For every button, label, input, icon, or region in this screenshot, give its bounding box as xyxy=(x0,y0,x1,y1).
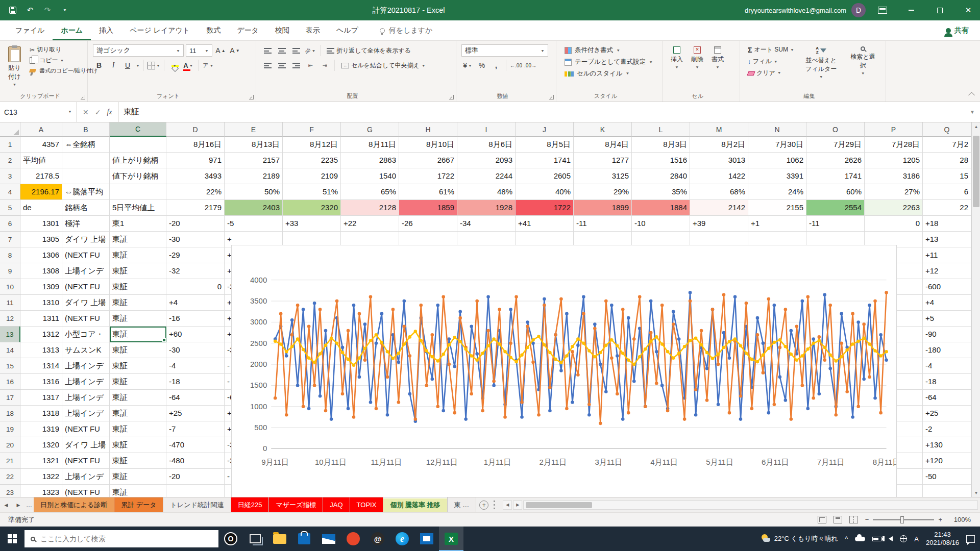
cell-B14[interactable]: サムスンK xyxy=(62,342,110,358)
cell-L6[interactable]: -10 xyxy=(632,216,690,232)
network-icon[interactable] xyxy=(900,535,907,542)
action-center-icon[interactable] xyxy=(966,535,975,543)
align-bottom-icon[interactable] xyxy=(290,44,302,57)
column-header-P[interactable]: P xyxy=(865,122,923,137)
cell-G4[interactable]: 65% xyxy=(341,184,399,200)
column-header-A[interactable]: A xyxy=(20,122,62,137)
ribbon-tab-8[interactable]: ヘルプ xyxy=(328,20,366,40)
confirm-entry-icon[interactable]: ✓ xyxy=(95,108,101,116)
cell-Q11[interactable]: +4 xyxy=(923,295,971,311)
phonetic-guide-icon[interactable]: ア▼ xyxy=(202,59,214,71)
underline-button[interactable]: U xyxy=(121,59,134,71)
cell-Q20[interactable]: +130 xyxy=(923,437,971,453)
cell-A16[interactable]: 1316 xyxy=(20,374,62,390)
cell-A13[interactable]: 1312 xyxy=(20,327,62,342)
cell-P4[interactable]: 27% xyxy=(865,184,923,200)
cell-Q5[interactable]: 22 xyxy=(923,200,971,216)
cell-A5[interactable]: de xyxy=(20,200,62,216)
cell-D4[interactable]: 22% xyxy=(166,184,225,200)
cell-L5[interactable]: 1884 xyxy=(632,200,690,216)
cell-Q8[interactable]: +11 xyxy=(923,247,971,263)
decrease-indent-icon[interactable]: ⇤ xyxy=(304,59,316,71)
cell-D16[interactable]: -18 xyxy=(166,374,225,390)
align-top-icon[interactable] xyxy=(261,44,274,57)
cell-E6[interactable]: -5 xyxy=(225,216,283,232)
taskbar-search[interactable] xyxy=(24,530,218,547)
cell-B15[interactable]: 上場インデ xyxy=(62,358,110,374)
orientation-icon[interactable]: ab▼ xyxy=(304,44,316,57)
at-mail-icon[interactable]: @ xyxy=(365,527,390,551)
cell-A4[interactable]: 2196.17 xyxy=(20,184,62,200)
cell-B16[interactable]: 上場インデ xyxy=(62,374,110,390)
horizontal-scroll-track[interactable] xyxy=(523,500,978,510)
row-header-15[interactable]: 15 xyxy=(0,358,20,374)
cell-B17[interactable]: 上場インデ xyxy=(62,390,110,406)
cell-A22[interactable]: 1322 xyxy=(20,469,62,485)
cell-E1[interactable]: 8月13日 xyxy=(225,137,283,153)
cell-B11[interactable]: ダイワ 上場 xyxy=(62,295,110,311)
column-header-K[interactable]: K xyxy=(574,122,632,137)
cell-B10[interactable]: (NEXT FU xyxy=(62,279,110,295)
cell-B6[interactable]: 極洋 xyxy=(62,216,110,232)
cell-C19[interactable]: 東証 xyxy=(110,421,166,437)
cell-B23[interactable]: (NEXT FU xyxy=(62,485,110,497)
merge-center-button[interactable]: ↔セルを結合して中央揃え▼ xyxy=(338,60,428,71)
percent-format-icon[interactable]: % xyxy=(476,59,488,71)
row-header-20[interactable]: 20 xyxy=(0,437,20,453)
cell-C17[interactable]: 東証 xyxy=(110,390,166,406)
increase-indent-icon[interactable]: ⇥ xyxy=(318,59,331,71)
column-header-J[interactable]: J xyxy=(516,122,574,137)
cell-A9[interactable]: 1308 xyxy=(20,263,62,279)
cell-Q15[interactable]: -4 xyxy=(923,358,971,374)
cell-D12[interactable]: -16 xyxy=(166,311,225,327)
cell-A19[interactable]: 1319 xyxy=(20,421,62,437)
cell-L3[interactable]: 2840 xyxy=(632,168,690,184)
column-header-G[interactable]: G xyxy=(341,122,399,137)
align-right-icon[interactable] xyxy=(290,59,302,71)
sheet-tab-2[interactable]: トレンド統計関連 xyxy=(163,497,231,512)
row-header-4[interactable]: 4 xyxy=(0,184,20,200)
ribbon-tab-2[interactable]: 挿入 xyxy=(91,20,121,40)
cell-K1[interactable]: 8月4日 xyxy=(574,137,632,153)
search-input[interactable] xyxy=(40,535,212,543)
cell-L2[interactable]: 1516 xyxy=(632,153,690,168)
cell-A1[interactable]: 4357 xyxy=(20,137,62,153)
column-header-D[interactable]: D xyxy=(166,122,225,137)
cell-Q7[interactable]: +13 xyxy=(923,232,971,247)
new-sheet-button[interactable]: + xyxy=(476,497,492,512)
cell-O2[interactable]: 2626 xyxy=(806,153,865,168)
cell-Q4[interactable]: 6 xyxy=(923,184,971,200)
column-header-M[interactable]: M xyxy=(690,122,748,137)
cell-O3[interactable]: 1741 xyxy=(806,168,865,184)
cell-N6[interactable]: +1 xyxy=(748,216,806,232)
start-button[interactable] xyxy=(0,527,24,551)
cell-A2[interactable]: 平均値 xyxy=(20,153,62,168)
scroll-right-icon[interactable]: ▶ xyxy=(513,500,522,510)
cell-N1[interactable]: 7月30日 xyxy=(748,137,806,153)
cell-D13[interactable]: +60 xyxy=(166,327,225,342)
italic-button[interactable]: I xyxy=(107,59,119,71)
row-header-2[interactable]: 2 xyxy=(0,153,20,168)
cell-L1[interactable]: 8月3日 xyxy=(632,137,690,153)
clock[interactable]: 21:43 2021/08/16 xyxy=(926,531,959,547)
row-header-18[interactable]: 18 xyxy=(0,406,20,421)
cell-K2[interactable]: 1277 xyxy=(574,153,632,168)
ribbon-tab-1[interactable]: ホーム xyxy=(53,20,91,40)
cell-K6[interactable]: -11 xyxy=(574,216,632,232)
row-header-7[interactable]: 7 xyxy=(0,232,20,247)
ime-mode[interactable]: A xyxy=(914,535,919,543)
cell-D6[interactable]: -20 xyxy=(166,216,225,232)
column-header-H[interactable]: H xyxy=(399,122,457,137)
cell-D18[interactable]: +25 xyxy=(166,406,225,421)
zoom-knob[interactable] xyxy=(900,516,904,523)
cell-J4[interactable]: 40% xyxy=(516,184,574,200)
cell-I1[interactable]: 8月6日 xyxy=(457,137,516,153)
cell-Q17[interactable]: -64 xyxy=(923,390,971,406)
cell-B2[interactable] xyxy=(62,153,110,168)
edge-icon[interactable]: e xyxy=(390,527,414,551)
cell-C9[interactable]: 東証 xyxy=(110,263,166,279)
cell-C22[interactable]: 東証 xyxy=(110,469,166,485)
cell-D15[interactable]: -4 xyxy=(166,358,225,374)
cell-A17[interactable]: 1317 xyxy=(20,390,62,406)
comma-format-icon[interactable]: , xyxy=(490,59,502,71)
